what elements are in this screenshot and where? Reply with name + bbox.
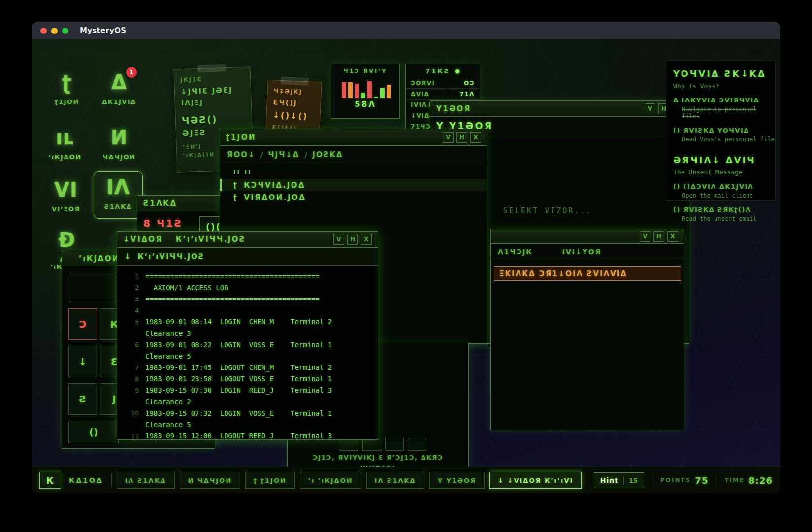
window-restore-button[interactable]: V	[333, 234, 344, 245]
line-number: 7	[117, 364, 139, 371]
note-line: ↓()↓()	[272, 110, 314, 122]
desktop-icon-vizor[interactable]: VΙ VΙʼΞOЯ	[41, 178, 91, 213]
icon-label: ʈ1ЈOИ	[42, 98, 92, 105]
line-text: Clearance 2	[145, 398, 191, 406]
points-label: POINTS	[660, 477, 691, 484]
desktop: ʈ ʈ1ЈOИ 1 Δ ΔΚ1ЈVΙΔ ıʟ ʼıКЈΔOИ И ЧΔЧЈOИ …	[32, 39, 780, 467]
line-number: 5	[117, 318, 139, 326]
minimize-button[interactable]	[51, 28, 58, 34]
task-checkbox-icon: ()	[673, 183, 681, 190]
log-line: 11 1983-09-15 12:00 LOGOUT REED_J Termin…	[117, 431, 378, 439]
log-line: Clearance 5	[117, 350, 378, 362]
desktop-icon-files[interactable]: ʈ ʈ1ЈOИ	[42, 71, 92, 105]
viewer-titlebar[interactable]: ↓VΙΔOЯ КʼıʼıVΙЧЧ.ЈOƧ V H X	[117, 232, 378, 248]
viewer-toolbar: ↓ КʼıʼıVΙЧЧ.ЈOƧ	[117, 248, 378, 266]
window-restore-button[interactable]: V	[443, 132, 454, 143]
line-number: 1	[117, 272, 139, 280]
taskbar-divider	[111, 473, 112, 487]
window-close-button[interactable]: X	[361, 234, 372, 245]
chart-bar	[342, 82, 346, 98]
breadcrumb[interactable]: ЯOO↓ / ЧЈЧ↓Δ / ЈOƧΚΔ	[220, 146, 487, 164]
task-english-text: Open the mail client	[682, 192, 775, 199]
note-line: ЈΚЈ1Ɛ	[180, 74, 244, 84]
zoom-button[interactable]	[62, 28, 68, 34]
line-number: 10	[117, 409, 139, 417]
breadcrumb-segment[interactable]: ЯOO↓	[227, 150, 256, 159]
deck-titlebar[interactable]: V H X	[491, 229, 684, 244]
parent-directory-row[interactable]: ıı ıı	[220, 168, 487, 179]
icon-label: VΙʼΞOЯ	[41, 205, 91, 213]
log-line: 2 AXIOM/1 ACCESS LOG	[117, 282, 378, 293]
line-text: AXIOM/1 ACCESS LOG	[145, 284, 228, 292]
log-content[interactable]: 1 ======================================…	[117, 266, 378, 439]
taskbar-button-viewer-active[interactable]: ↓ ↓VΙΔOЯ КʼıʼıVΙ	[489, 472, 582, 489]
window-close-button[interactable]: X	[667, 231, 678, 242]
log-line: 8 1983-09-01 23:58 LOGOUT VOSS_E Termina…	[117, 373, 378, 385]
icon-label: ΔΚ1ЈVΙΔ	[95, 98, 144, 105]
window-restore-button[interactable]: V	[645, 103, 655, 114]
file-row-selected[interactable]: ʈ КƆЧVΙΔ.ЈOΔ	[220, 179, 487, 191]
hint-button[interactable]: Hint 15	[594, 472, 644, 488]
window-minimize-button[interactable]: H	[347, 234, 358, 245]
start-menu-label: КΔ1OΔ	[69, 476, 103, 484]
keypad-key[interactable]: Ƨ	[68, 383, 97, 415]
file-icon: ʈ	[233, 193, 237, 202]
window-restore-button[interactable]: V	[640, 231, 650, 242]
breadcrumb-segment[interactable]: ЧЈЧ↓Δ	[268, 150, 299, 159]
explorer-window-title: ʈ1ЈOИ	[226, 133, 256, 142]
status-title-text: 71КƧ	[425, 67, 450, 75]
chart-bar	[374, 97, 378, 98]
taskbar-button-keypad[interactable]: ʼı ʼıКЈΔOИ	[300, 472, 361, 489]
cipher-icon: ΙΛ	[94, 176, 142, 199]
line-number: 8	[117, 375, 139, 383]
tape-decoration	[198, 64, 226, 72]
status-widget-title: 71КƧ ●	[406, 64, 480, 78]
file-row[interactable]: ʈ VΙЯΔOИ.ЈOΔ	[220, 191, 487, 203]
taskbar-button-vizor[interactable]: Y Y1ƏOЯ	[429, 472, 485, 489]
log-line-list: 1 ======================================…	[117, 270, 378, 439]
window-minimize-button[interactable]: H	[456, 132, 467, 143]
desktop-icon-keypad[interactable]: ıʟ ʼıКЈΔOИ	[40, 126, 90, 161]
start-button[interactable]: К	[39, 472, 61, 489]
time-value: 8:26	[748, 475, 773, 486]
keypad-key-red[interactable]: Ɔ	[68, 308, 97, 340]
quest2-subtitle: The Unsent Message	[673, 168, 775, 176]
status-row-label: ΔVΙΔ	[411, 91, 429, 98]
vault-key-tile[interactable]	[385, 438, 404, 451]
log-line: Clearance 5	[117, 419, 378, 430]
desktop-icon-mail[interactable]: 1 Δ ΔΚ1ЈVΙΔ	[95, 71, 144, 105]
vizor-titlebar[interactable]: Y1ƏOЯ V H X	[430, 101, 689, 117]
task-checkbox-icon: ()	[673, 206, 681, 213]
screen: MysteryOS ʈ ʈ1ЈOИ 1 Δ ΔΚ1ЈVΙΔ ıʟ ʼıКЈΔOИ…	[0, 0, 812, 532]
chart-bar	[355, 84, 359, 98]
log-line: Clearance 3	[117, 328, 378, 339]
window-close-button[interactable]: X	[470, 132, 481, 143]
desktop-icon-nav[interactable]: И ЧΔЧЈOИ	[95, 126, 144, 161]
taskbar-button-cipher[interactable]: ΙΛ Ƨ1ΛΚΔ	[117, 472, 175, 489]
quest1-title: YOЧVΙΔ ƧΚ↓ΚΔ	[673, 68, 775, 79]
time-display: TIME 8:26	[724, 475, 773, 486]
cipher-attempt-counter: 8 Ч1Ƨ	[143, 217, 183, 229]
breadcrumb-separator: /	[304, 150, 307, 160]
viewer-file-title: КʼıʼıVΙЧЧ.ЈOƧ	[176, 235, 246, 244]
files-icon: ʈ	[42, 71, 92, 94]
chart-widget: Ч1Ɔ ЯVΙʼY 58Λ	[331, 64, 400, 119]
taskbar-button-nav[interactable]: И ЧΔЧЈOИ	[180, 472, 240, 489]
desktop-icon-cipher-selected[interactable]: ΙΛ Ƨ1ΛΚΔ	[94, 171, 143, 219]
deck-column-header: Λ1ЧƆЈК	[498, 248, 533, 256]
keypad-key-wide[interactable]: ()	[68, 421, 119, 443]
close-button[interactable]	[40, 28, 47, 34]
vault-key-tile[interactable]	[408, 438, 426, 451]
keypad-key[interactable]: ↓	[68, 346, 97, 377]
breadcrumb-segment[interactable]: ЈOƧΚΔ	[312, 150, 343, 159]
taskbar-button-cipher2[interactable]: ΙΛ Ƨ1ΛΚΔ	[366, 472, 424, 489]
deck-alert-row[interactable]: ΞΚΙΛΚΔ ƆЯ1↓OΙΛ ƧVΙΛVΙΔ	[494, 266, 681, 281]
chart-caption: 58Λ	[331, 100, 399, 109]
file-name: КƆЧVΙΔ.ЈOΔ	[244, 181, 305, 190]
quest-task: () ()ΔƆVΙΛ ΔΚ1ЈVΙΛ Open the mail client	[673, 183, 775, 199]
taskbar-button-files[interactable]: ʈ ʈ1ЈOИ	[245, 472, 295, 489]
window-minimize-button[interactable]: H	[653, 231, 664, 242]
explorer-titlebar[interactable]: ʈ1ЈOИ V H X	[220, 129, 487, 146]
log-line: 9 1983-09-15 07:30 LOGIN REED_J Terminal…	[117, 385, 378, 396]
download-icon[interactable]: ↓	[124, 252, 131, 261]
